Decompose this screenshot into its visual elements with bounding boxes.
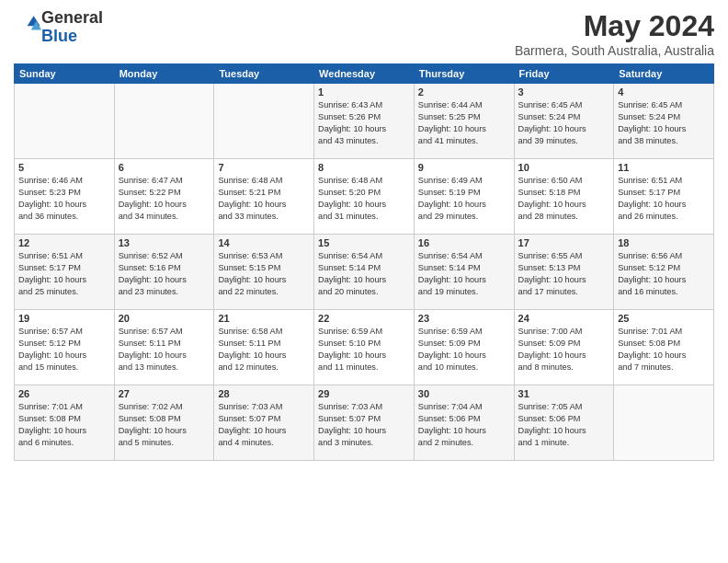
- day-number: 19: [18, 313, 110, 324]
- table-row: 31Sunrise: 7:05 AM Sunset: 5:06 PM Dayli…: [514, 385, 614, 461]
- table-row: 18Sunrise: 6:56 AM Sunset: 5:12 PM Dayli…: [614, 235, 714, 310]
- day-details: Sunrise: 6:57 AM Sunset: 5:11 PM Dayligh…: [119, 326, 210, 373]
- calendar-header-row: Sunday Monday Tuesday Wednesday Thursday…: [15, 64, 714, 84]
- table-row: 14Sunrise: 6:53 AM Sunset: 5:15 PM Dayli…: [214, 235, 314, 310]
- day-details: Sunrise: 6:51 AM Sunset: 5:17 PM Dayligh…: [18, 250, 110, 298]
- day-details: Sunrise: 6:55 AM Sunset: 5:13 PM Dayligh…: [518, 250, 610, 298]
- header-sunday: Sunday: [15, 64, 115, 84]
- day-details: Sunrise: 7:01 AM Sunset: 5:08 PM Dayligh…: [18, 401, 110, 449]
- day-details: Sunrise: 7:00 AM Sunset: 5:09 PM Dayligh…: [518, 326, 610, 373]
- day-number: 9: [418, 162, 510, 173]
- main-title: May 2024: [515, 9, 714, 43]
- header: General Blue May 2024 Barmera, South Aus…: [14, 9, 714, 58]
- day-number: 30: [418, 388, 510, 399]
- table-row: 5Sunrise: 6:46 AM Sunset: 5:23 PM Daylig…: [15, 159, 115, 235]
- day-details: Sunrise: 6:45 AM Sunset: 5:24 PM Dayligh…: [518, 99, 610, 147]
- day-number: 28: [218, 388, 310, 399]
- logo-blue-text: Blue: [41, 27, 77, 45]
- table-row: 21Sunrise: 6:58 AM Sunset: 5:11 PM Dayli…: [214, 310, 314, 385]
- table-row: 24Sunrise: 7:00 AM Sunset: 5:09 PM Dayli…: [514, 310, 614, 385]
- day-number: 26: [18, 388, 110, 399]
- day-details: Sunrise: 7:02 AM Sunset: 5:08 PM Dayligh…: [119, 401, 210, 449]
- day-number: 11: [618, 162, 710, 173]
- table-row: [15, 84, 115, 159]
- day-details: Sunrise: 6:50 AM Sunset: 5:18 PM Dayligh…: [518, 175, 610, 223]
- table-row: 25Sunrise: 7:01 AM Sunset: 5:08 PM Dayli…: [614, 310, 714, 385]
- calendar-week-row: 26Sunrise: 7:01 AM Sunset: 5:08 PM Dayli…: [15, 385, 714, 461]
- day-details: Sunrise: 7:01 AM Sunset: 5:08 PM Dayligh…: [618, 326, 710, 373]
- day-details: Sunrise: 6:48 AM Sunset: 5:21 PM Dayligh…: [218, 175, 310, 223]
- day-number: 27: [119, 388, 210, 399]
- day-number: 24: [518, 313, 610, 324]
- calendar-week-row: 19Sunrise: 6:57 AM Sunset: 5:12 PM Dayli…: [15, 310, 714, 385]
- day-number: 18: [618, 237, 710, 248]
- day-details: Sunrise: 6:44 AM Sunset: 5:25 PM Dayligh…: [418, 99, 510, 147]
- table-row: 30Sunrise: 7:04 AM Sunset: 5:06 PM Dayli…: [414, 385, 514, 461]
- day-number: 21: [218, 313, 310, 324]
- header-friday: Friday: [514, 64, 614, 84]
- day-number: 7: [218, 162, 310, 173]
- table-row: 12Sunrise: 6:51 AM Sunset: 5:17 PM Dayli…: [15, 235, 115, 310]
- day-details: Sunrise: 6:51 AM Sunset: 5:17 PM Dayligh…: [618, 175, 710, 223]
- table-row: 27Sunrise: 7:02 AM Sunset: 5:08 PM Dayli…: [114, 385, 214, 461]
- table-row: 26Sunrise: 7:01 AM Sunset: 5:08 PM Dayli…: [15, 385, 115, 461]
- day-details: Sunrise: 6:45 AM Sunset: 5:24 PM Dayligh…: [618, 99, 710, 147]
- day-number: 13: [119, 237, 210, 248]
- header-saturday: Saturday: [614, 64, 714, 84]
- day-number: 25: [618, 313, 710, 324]
- day-details: Sunrise: 6:59 AM Sunset: 5:09 PM Dayligh…: [418, 326, 510, 373]
- table-row: 17Sunrise: 6:55 AM Sunset: 5:13 PM Dayli…: [514, 235, 614, 310]
- table-row: 7Sunrise: 6:48 AM Sunset: 5:21 PM Daylig…: [214, 159, 314, 235]
- table-row: [214, 84, 314, 159]
- page: General Blue May 2024 Barmera, South Aus…: [0, 0, 728, 563]
- day-details: Sunrise: 6:53 AM Sunset: 5:15 PM Dayligh…: [218, 250, 310, 298]
- day-details: Sunrise: 6:46 AM Sunset: 5:23 PM Dayligh…: [18, 175, 110, 223]
- day-number: 20: [119, 313, 210, 324]
- day-details: Sunrise: 6:54 AM Sunset: 5:14 PM Dayligh…: [418, 250, 510, 298]
- day-number: 17: [518, 237, 610, 248]
- table-row: 15Sunrise: 6:54 AM Sunset: 5:14 PM Dayli…: [314, 235, 415, 310]
- table-row: 1Sunrise: 6:43 AM Sunset: 5:26 PM Daylig…: [314, 84, 415, 159]
- day-details: Sunrise: 6:58 AM Sunset: 5:11 PM Dayligh…: [218, 326, 310, 373]
- logo: General Blue: [14, 9, 103, 46]
- table-row: 23Sunrise: 6:59 AM Sunset: 5:09 PM Dayli…: [414, 310, 514, 385]
- table-row: 2Sunrise: 6:44 AM Sunset: 5:25 PM Daylig…: [414, 84, 514, 159]
- day-details: Sunrise: 6:52 AM Sunset: 5:16 PM Dayligh…: [119, 250, 210, 298]
- day-details: Sunrise: 7:04 AM Sunset: 5:06 PM Dayligh…: [418, 401, 510, 449]
- day-number: 22: [318, 313, 410, 324]
- calendar-week-row: 5Sunrise: 6:46 AM Sunset: 5:23 PM Daylig…: [15, 159, 714, 235]
- day-number: 23: [418, 313, 510, 324]
- table-row: 19Sunrise: 6:57 AM Sunset: 5:12 PM Dayli…: [15, 310, 115, 385]
- logo-icon: [16, 13, 41, 39]
- header-tuesday: Tuesday: [214, 64, 314, 84]
- day-number: 31: [518, 388, 610, 399]
- table-row: 16Sunrise: 6:54 AM Sunset: 5:14 PM Dayli…: [414, 235, 514, 310]
- day-details: Sunrise: 6:49 AM Sunset: 5:19 PM Dayligh…: [418, 175, 510, 223]
- day-number: 4: [618, 86, 710, 98]
- title-block: May 2024 Barmera, South Australia, Austr…: [515, 9, 714, 58]
- table-row: 28Sunrise: 7:03 AM Sunset: 5:07 PM Dayli…: [214, 385, 314, 461]
- table-row: 22Sunrise: 6:59 AM Sunset: 5:10 PM Dayli…: [314, 310, 415, 385]
- day-number: 29: [318, 388, 410, 399]
- table-row: 29Sunrise: 7:03 AM Sunset: 5:07 PM Dayli…: [314, 385, 415, 461]
- day-number: 8: [318, 162, 410, 173]
- header-monday: Monday: [114, 64, 214, 84]
- day-number: 15: [318, 237, 410, 248]
- table-row: 8Sunrise: 6:48 AM Sunset: 5:20 PM Daylig…: [314, 159, 415, 235]
- day-details: Sunrise: 6:48 AM Sunset: 5:20 PM Dayligh…: [318, 175, 410, 223]
- day-details: Sunrise: 6:59 AM Sunset: 5:10 PM Dayligh…: [318, 326, 410, 373]
- table-row: 4Sunrise: 6:45 AM Sunset: 5:24 PM Daylig…: [614, 84, 714, 159]
- calendar-week-row: 12Sunrise: 6:51 AM Sunset: 5:17 PM Dayli…: [15, 235, 714, 310]
- sub-title: Barmera, South Australia, Australia: [515, 43, 714, 58]
- day-number: 10: [518, 162, 610, 173]
- day-details: Sunrise: 7:05 AM Sunset: 5:06 PM Dayligh…: [518, 401, 610, 449]
- table-row: 6Sunrise: 6:47 AM Sunset: 5:22 PM Daylig…: [114, 159, 214, 235]
- day-details: Sunrise: 6:47 AM Sunset: 5:22 PM Dayligh…: [119, 175, 210, 223]
- table-row: 13Sunrise: 6:52 AM Sunset: 5:16 PM Dayli…: [114, 235, 214, 310]
- day-number: 14: [218, 237, 310, 248]
- day-number: 12: [18, 237, 110, 248]
- day-details: Sunrise: 6:43 AM Sunset: 5:26 PM Dayligh…: [318, 99, 410, 147]
- calendar-table: Sunday Monday Tuesday Wednesday Thursday…: [14, 63, 714, 461]
- logo-general-text: General: [41, 8, 103, 27]
- day-details: Sunrise: 6:57 AM Sunset: 5:12 PM Dayligh…: [18, 326, 110, 373]
